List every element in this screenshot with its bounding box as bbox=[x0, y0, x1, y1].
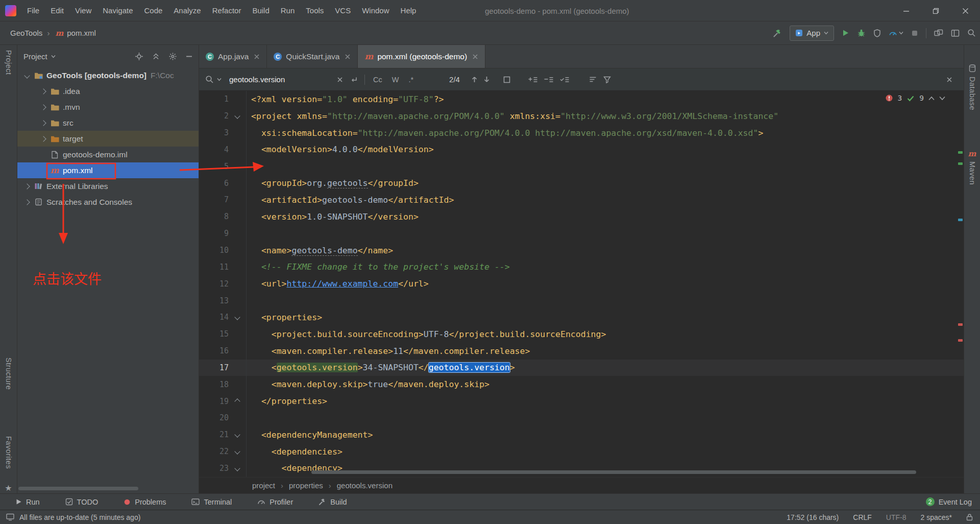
remove-occurrence-icon[interactable] bbox=[544, 76, 553, 83]
toolwindow-button-run[interactable]: Run bbox=[15, 498, 40, 506]
code-line-23[interactable]: 23 <dependency> bbox=[199, 460, 964, 477]
menu-build[interactable]: Build bbox=[247, 6, 275, 15]
code-line-22[interactable]: 22 <dependencies> bbox=[199, 443, 964, 460]
locate-icon[interactable] bbox=[135, 52, 143, 61]
profiler-icon[interactable] bbox=[889, 29, 903, 37]
chevron-right-icon[interactable] bbox=[39, 137, 47, 141]
find-all-icon[interactable] bbox=[503, 76, 510, 83]
close-find-bar-icon[interactable] bbox=[946, 77, 952, 83]
match-case-toggle[interactable]: Cc bbox=[372, 76, 384, 84]
project-tree-scrollbar[interactable] bbox=[18, 487, 138, 490]
fold-marker-icon[interactable] bbox=[229, 399, 246, 403]
code-line-12[interactable]: 12 <url>http://www.example.com</url> bbox=[199, 275, 964, 292]
run-icon[interactable] bbox=[842, 29, 849, 37]
breadcrumb-properties[interactable]: properties bbox=[289, 481, 323, 490]
gear-icon[interactable] bbox=[168, 52, 177, 61]
chevron-right-icon[interactable] bbox=[39, 121, 47, 125]
tree-item-target[interactable]: target bbox=[17, 131, 199, 147]
tool-stripe-maven[interactable]: Maven bbox=[968, 161, 976, 185]
menu-help[interactable]: Help bbox=[395, 6, 422, 15]
code-line-17[interactable]: 17 <geotools.version>34-SNAPSHOT</geotoo… bbox=[199, 360, 964, 376]
toolwindow-button-build[interactable]: Build bbox=[318, 498, 347, 506]
tree-item-scratches-and-consoles[interactable]: Scratches and Consoles bbox=[17, 194, 199, 210]
tree-item-idea[interactable]: .idea bbox=[17, 83, 199, 99]
event-log-button[interactable]: 2 Event Log bbox=[926, 497, 972, 506]
menu-view[interactable]: View bbox=[69, 6, 97, 15]
menu-tools[interactable]: Tools bbox=[300, 6, 329, 15]
code-line-9[interactable]: 9 bbox=[199, 225, 964, 242]
code-line-7[interactable]: 7 <artifactId>geotools-demo</artifactId> bbox=[199, 192, 964, 208]
favorites-star-icon[interactable]: ★ bbox=[5, 483, 12, 493]
previous-problem-icon[interactable] bbox=[928, 96, 935, 101]
monitor-icon[interactable] bbox=[6, 513, 14, 521]
code-line-1[interactable]: 1<?xml version="1.0" encoding="UTF-8"?> bbox=[199, 91, 964, 108]
search-input[interactable]: geotools.version bbox=[229, 75, 330, 84]
stop-icon[interactable] bbox=[911, 30, 918, 37]
add-occurrence-icon[interactable] bbox=[528, 76, 537, 83]
code-line-15[interactable]: 15 <project.build.sourceEncoding>UTF-8</… bbox=[199, 326, 964, 343]
tab-quickstart-java[interactable]: CQuickStart.java bbox=[267, 45, 358, 68]
menu-code[interactable]: Code bbox=[138, 6, 168, 15]
tab-pom-xml-geotools-demo[interactable]: mpom.xml (geotools-demo) bbox=[358, 45, 485, 68]
close-icon[interactable] bbox=[950, 0, 980, 21]
menu-refactor[interactable]: Refactor bbox=[207, 6, 247, 15]
code-line-11[interactable]: 11 <!-- FIXME change it to the project's… bbox=[199, 258, 964, 275]
indent-style[interactable]: 2 spaces* bbox=[921, 513, 952, 521]
caret-position[interactable]: 17:52 (16 chars) bbox=[787, 513, 839, 521]
code-line-19[interactable]: 19 </properties> bbox=[199, 393, 964, 410]
words-toggle[interactable]: W bbox=[390, 76, 401, 84]
collapse-all-icon[interactable] bbox=[152, 53, 160, 60]
tab-close-icon[interactable] bbox=[472, 54, 478, 60]
maven-icon[interactable]: m bbox=[968, 149, 976, 158]
next-match-icon[interactable] bbox=[484, 76, 489, 83]
tool-stripe-project[interactable]: Project bbox=[5, 50, 13, 75]
code-line-20[interactable]: 20 bbox=[199, 410, 964, 426]
search-history-icon[interactable] bbox=[217, 78, 222, 81]
breadcrumb-file[interactable]: pom.xml bbox=[67, 29, 96, 37]
run-config-selector[interactable]: App bbox=[790, 26, 834, 41]
code-line-8[interactable]: 8 <version>1.0-SNAPSHOT</version> bbox=[199, 208, 964, 225]
breadcrumb-project[interactable]: GeoTools bbox=[10, 29, 42, 37]
layout-icon[interactable] bbox=[951, 29, 960, 37]
chevron-right-icon[interactable] bbox=[22, 184, 31, 188]
toolwindow-button-problems[interactable]: Problems bbox=[124, 498, 166, 506]
inspections-widget[interactable]: 3 9 bbox=[885, 94, 945, 102]
restore-icon[interactable] bbox=[921, 0, 950, 21]
tree-item-src[interactable]: src bbox=[17, 115, 199, 131]
tool-stripe-structure[interactable]: Structure bbox=[5, 358, 13, 390]
menu-vcs[interactable]: VCS bbox=[329, 6, 356, 15]
chevron-right-icon[interactable] bbox=[22, 200, 31, 204]
editor-scrollbar[interactable] bbox=[311, 470, 916, 474]
toolwindow-button-terminal[interactable]: Terminal bbox=[191, 498, 232, 506]
code-line-10[interactable]: 10 <name>geotools-demo</name> bbox=[199, 242, 964, 259]
menu-run[interactable]: Run bbox=[275, 6, 301, 15]
tree-item-mvn[interactable]: .mvn bbox=[17, 99, 199, 115]
project-panel-title[interactable]: Project bbox=[23, 52, 47, 61]
tab-app-java[interactable]: CApp.java bbox=[199, 45, 267, 68]
search-everywhere-icon[interactable] bbox=[967, 29, 976, 37]
chevron-down-icon[interactable] bbox=[22, 74, 31, 78]
code-line-5[interactable]: 5 bbox=[199, 158, 964, 175]
tool-stripe-favorites[interactable]: Favorites bbox=[5, 436, 13, 469]
select-all-occurrences-icon[interactable] bbox=[560, 76, 569, 83]
code-line-14[interactable]: 14 <properties> bbox=[199, 309, 964, 326]
fold-marker-icon[interactable] bbox=[229, 466, 246, 470]
file-encoding[interactable]: UTF-8 bbox=[886, 513, 906, 521]
code-line-18[interactable]: 18 <maven.deploy.skip>true</maven.deploy… bbox=[199, 376, 964, 393]
tab-close-icon[interactable] bbox=[345, 54, 351, 60]
debug-icon[interactable] bbox=[857, 29, 866, 37]
analysis-marker[interactable] bbox=[958, 162, 963, 165]
tree-item-external-libraries[interactable]: External Libraries bbox=[17, 178, 199, 194]
tree-item-geotools-demo-iml[interactable]: geotools-demo.iml bbox=[17, 147, 199, 162]
analysis-marker[interactable] bbox=[958, 339, 963, 342]
fold-marker-icon[interactable] bbox=[229, 315, 246, 319]
menu-analyze[interactable]: Analyze bbox=[168, 6, 206, 15]
code-line-3[interactable]: 3 xsi:schemaLocation="http://maven.apach… bbox=[199, 125, 964, 141]
clear-search-icon[interactable] bbox=[337, 77, 343, 83]
recent-changes-icon[interactable] bbox=[934, 29, 943, 37]
menu-navigate[interactable]: Navigate bbox=[97, 6, 138, 15]
next-problem-icon[interactable] bbox=[939, 96, 945, 101]
toolwindow-button-profiler[interactable]: Profiler bbox=[257, 498, 293, 506]
breadcrumb-project[interactable]: project bbox=[252, 481, 275, 490]
tab-close-icon[interactable] bbox=[254, 54, 260, 60]
